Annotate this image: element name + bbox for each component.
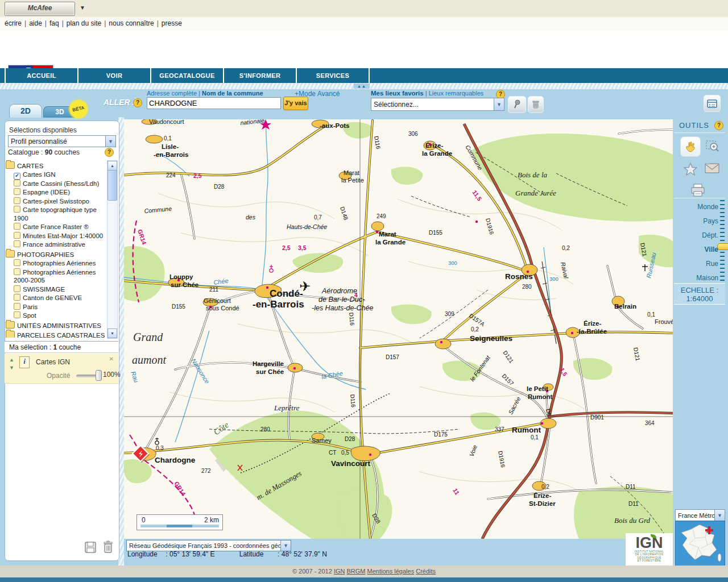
zoom-level-pays[interactable]: Pays [674,214,718,228]
region-select[interactable]: France Métro▼ [675,509,725,521]
mcafee-dropdown-icon[interactable]: ▼ [80,5,85,11]
map-viewport[interactable]: text{font-family:"Liberation Sans","Deja… [124,119,673,539]
layer-checkbox[interactable] [14,285,20,292]
pan-tool-button[interactable] [680,136,701,157]
footer-link[interactable]: Mentions légales [367,568,415,575]
tree-layer-item[interactable]: Spot [6,311,107,320]
tree-layer-item[interactable]: SWISSIMAGE [6,285,107,294]
catalogue-help-icon[interactable]: ? [105,148,114,157]
tree-layer-item[interactable]: Cartes-pixel Swisstopo [6,197,107,206]
tree-folder[interactable]: UNITÉS ADMINISTRATIVES [6,321,107,330]
delete-favorite-button[interactable] [528,96,544,113]
favorites-select[interactable]: Sélectionnez...▼ [371,98,504,111]
go-button[interactable]: J'y vais [283,97,308,110]
layer-checkbox[interactable] [14,197,20,204]
trash-icon[interactable] [102,541,114,554]
layer-checkbox[interactable] [14,180,20,186]
chevron-down-icon[interactable]: ▼ [714,510,725,521]
collapse-header-button[interactable]: ▲▲ [354,84,370,89]
layer-checkbox[interactable] [14,259,20,266]
layer-checkbox[interactable] [14,206,20,213]
crs-select[interactable]: Réseau Géodésique Français 1993 - coordo… [126,540,291,551]
site-link[interactable]: nous connaître [109,19,154,27]
tree-folder[interactable]: PARCELLES CADASTRALES [6,330,107,338]
layer-checkbox[interactable] [14,268,20,275]
site-link[interactable]: plan du site [67,19,101,27]
profile-select-value: Profil personnalisé [9,138,105,146]
layer-checkbox[interactable] [14,240,20,247]
site-link[interactable]: aide [29,19,42,27]
nav-tab-voir[interactable]: VOIR [78,68,151,83]
layer-checkbox[interactable] [14,188,20,195]
tree-layer-item[interactable]: Photographies Aériennes [6,259,107,268]
nav-tab-geocatalogue[interactable]: GEOCATALOGUE [151,68,224,83]
layer-checkbox[interactable] [14,232,20,239]
overview-minimap[interactable] [675,521,725,569]
profile-select[interactable]: Profil personnalisé▼ [8,135,116,147]
site-link[interactable]: presse [162,19,182,27]
tree-layer-item[interactable]: Minutes Etat-Major 1:40000 [6,231,107,240]
layer-checkbox[interactable] [14,294,20,301]
layer-info-icon[interactable]: i [19,356,30,368]
nav-tab-sinformer[interactable]: S'INFORMER [224,68,297,83]
chevron-down-icon[interactable]: ▼ [105,136,115,147]
tree-layer-item[interactable]: ✔Cartes IGN [6,171,107,179]
chevron-down-icon[interactable]: ▼ [280,541,291,551]
commune-tab[interactable]: Nom de la commune [202,90,263,97]
tree-layer-item[interactable]: Carte Cassini (Ehess/Ldh) [6,179,107,188]
search-input[interactable] [147,97,281,109]
opacity-slider-handle[interactable] [96,370,102,381]
tree-layer-item[interactable]: Carte topographique type 1900 [6,205,107,222]
search-mode-tabs[interactable]: Adresse complète | Nom de la commune [147,90,263,97]
site-link[interactable]: écrire [5,19,22,27]
tree-layer-item[interactable]: Paris [6,302,107,311]
zoom-slider-track[interactable] [720,200,725,285]
footer-link[interactable]: Crédits [416,568,436,575]
scroll-down-arrow[interactable]: ▼ [107,329,117,338]
tree-layer-item[interactable]: Carte France Raster ® [6,222,107,231]
layer-checkbox[interactable] [14,303,20,310]
nav-tab-accueil[interactable]: ACCUEIL [5,68,78,83]
chevron-down-icon[interactable]: ▼ [494,98,504,110]
zoom-select-tool-button[interactable] [705,139,720,153]
favorites-tool-button[interactable] [682,161,698,177]
address-tab[interactable]: Adresse complète [147,90,197,97]
tree-layer-item[interactable]: Photographies Aériennes 2000-2005 [6,268,107,285]
tab-2d[interactable]: 2D [9,104,42,118]
tree-scrollbar[interactable]: ▲ ▼ [107,160,118,339]
mcafee-button[interactable]: McAfee [5,2,75,16]
tree-folder[interactable]: PHOTOGRAPHIES [6,250,107,259]
goto-help-icon[interactable]: ? [133,98,142,107]
scroll-thumb[interactable] [107,170,117,201]
save-icon[interactable] [84,541,97,554]
zoom-level-ville[interactable]: Ville [674,243,718,257]
layer-checkbox[interactable] [14,311,20,318]
footer-link[interactable]: IGN [334,568,345,575]
layer-checkbox[interactable]: ✔ [14,173,20,180]
move-layer-up-icon[interactable]: ▲ [9,357,14,363]
open-window-button[interactable] [704,95,721,112]
remove-layer-icon[interactable]: ✕ [109,356,114,362]
scroll-up-arrow[interactable]: ▲ [107,161,117,171]
site-link[interactable]: faq [49,19,59,27]
tree-layer-item[interactable]: France administrative [6,240,107,249]
move-layer-down-icon[interactable]: ▼ [9,365,14,371]
tree-layer-item[interactable]: Espagne (IDEE) [6,188,107,197]
tree-layer-item[interactable]: Canton de GENEVE [6,293,107,302]
zoom-slider-handle[interactable] [717,243,728,250]
remarkable-tab[interactable]: Lieux remarquables [429,90,484,97]
nav-tab-services[interactable]: SERVICES [297,68,370,83]
tools-help-icon[interactable]: ? [714,121,723,130]
layer-checkbox[interactable] [14,223,20,230]
tree-folder[interactable]: CARTES [6,161,107,171]
advanced-mode-link[interactable]: +Mode Avancé [295,90,340,98]
zoom-level-monde[interactable]: Monde [674,200,718,214]
favorites-labels[interactable]: Mes lieux favoris | Lieux remarquables [371,90,483,97]
zoom-level-dpt[interactable]: Dépt. [674,228,718,243]
send-map-tool-button[interactable] [704,161,720,174]
zoom-level-rue[interactable]: Rue [674,257,718,271]
pin-location-button[interactable] [508,96,526,113]
footer-link[interactable]: BRGM [347,568,366,575]
print-tool-button[interactable] [689,183,706,198]
favorites-tab[interactable]: Mes lieux favoris [371,90,424,97]
